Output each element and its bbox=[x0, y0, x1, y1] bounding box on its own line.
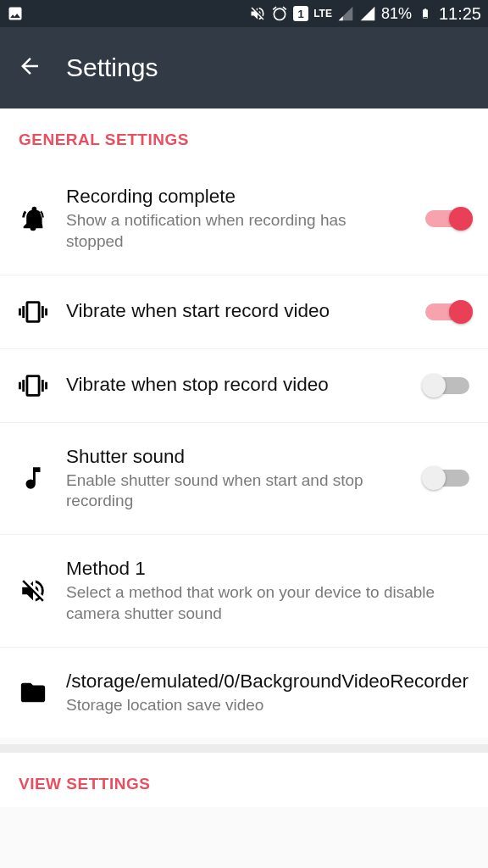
section-view-settings: VIEW SETTINGS bbox=[0, 744, 488, 807]
status-bar: 1 LTE 81% 11:25 bbox=[0, 0, 488, 27]
vibrate-icon bbox=[14, 298, 53, 326]
setting-recording-complete[interactable]: Recording complete Show a notification w… bbox=[0, 163, 488, 275]
music-note-icon bbox=[14, 464, 53, 492]
signal-full-icon bbox=[359, 5, 376, 22]
setting-vibrate-stop[interactable]: Vibrate when stop record video bbox=[0, 348, 488, 422]
sim-card-icon: 1 bbox=[293, 6, 308, 21]
alarm-icon bbox=[271, 5, 288, 22]
setting-title: /storage/emulated/0/BackgroundVideoRecor… bbox=[66, 670, 469, 693]
setting-vibrate-start[interactable]: Vibrate when start record video bbox=[0, 275, 488, 348]
setting-disable-shutter-method[interactable]: Method 1 Select a method that work on yo… bbox=[0, 534, 488, 647]
signal-weak-icon bbox=[337, 5, 354, 22]
bell-icon bbox=[14, 204, 53, 233]
app-header: Settings bbox=[0, 27, 488, 108]
volume-off-icon bbox=[14, 576, 53, 605]
setting-title: Vibrate when stop record video bbox=[66, 373, 400, 397]
setting-title: Vibrate when start record video bbox=[66, 299, 400, 323]
setting-title: Method 1 bbox=[66, 557, 469, 581]
back-button[interactable] bbox=[17, 53, 42, 82]
toggle-vibrate-start[interactable] bbox=[425, 303, 469, 320]
svg-rect-0 bbox=[424, 17, 428, 18]
toggle-recording-complete[interactable] bbox=[425, 210, 469, 227]
setting-title: Recording complete bbox=[66, 185, 400, 209]
toggle-shutter-sound[interactable] bbox=[425, 470, 469, 487]
battery-icon bbox=[417, 5, 434, 22]
general-settings-list: Recording complete Show a notification w… bbox=[0, 163, 488, 737]
setting-title: Shutter sound bbox=[66, 445, 400, 469]
vibrate-icon bbox=[14, 371, 53, 400]
image-icon bbox=[7, 5, 24, 22]
setting-subtitle: Enable shutter sound when start and stop… bbox=[66, 470, 400, 512]
clock: 11:25 bbox=[439, 4, 481, 24]
lte-indicator: LTE bbox=[313, 8, 332, 19]
setting-storage-location[interactable]: /storage/emulated/0/BackgroundVideoRecor… bbox=[0, 647, 488, 738]
section-general-settings: GENERAL SETTINGS bbox=[0, 108, 488, 163]
toggle-vibrate-stop[interactable] bbox=[425, 377, 469, 394]
setting-subtitle: Select a method that work on your device… bbox=[66, 582, 469, 624]
setting-subtitle: Show a notification when recording has s… bbox=[66, 210, 400, 252]
folder-icon bbox=[14, 678, 53, 707]
mute-icon bbox=[249, 5, 266, 22]
setting-shutter-sound[interactable]: Shutter sound Enable shutter sound when … bbox=[0, 422, 488, 535]
battery-percent: 81% bbox=[381, 5, 412, 23]
setting-subtitle: Storage location save video bbox=[66, 695, 469, 716]
page-title: Settings bbox=[66, 53, 158, 82]
